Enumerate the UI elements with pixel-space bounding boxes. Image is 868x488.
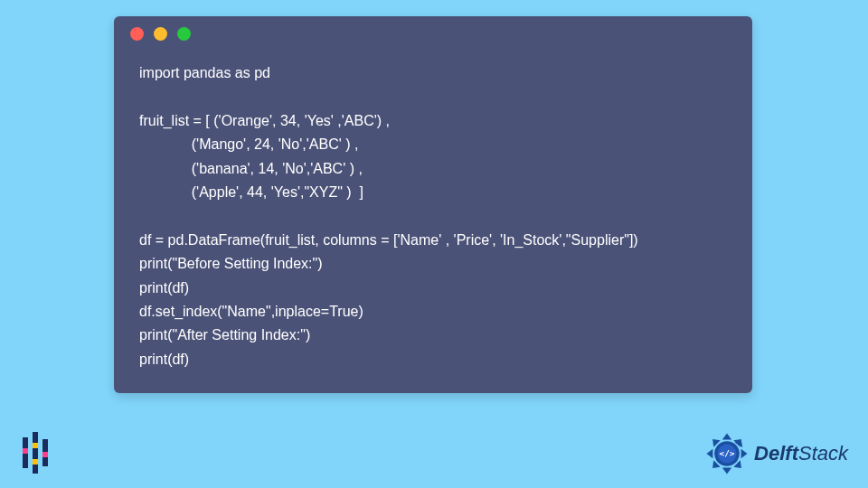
svg-marker-14 — [707, 449, 713, 458]
delftstack-logo: </> DelftStack — [703, 430, 848, 477]
svg-rect-6 — [42, 452, 48, 457]
window-titlebar — [114, 16, 752, 51]
svg-rect-4 — [33, 459, 38, 465]
minimize-icon[interactable] — [154, 27, 167, 41]
svg-text:</>: </> — [719, 448, 734, 458]
publisher-logo-icon — [20, 430, 56, 475]
code-line: import pandas as pd — [139, 65, 270, 80]
code-line: print(df) — [139, 352, 189, 367]
zoom-icon[interactable] — [177, 27, 191, 41]
code-line: df = pd.DataFrame(fruit_list, columns = … — [139, 232, 638, 248]
close-icon[interactable] — [130, 27, 144, 41]
code-line: print("After Setting Index:") — [139, 327, 310, 343]
delftstack-wordmark: DelftStack — [754, 442, 848, 465]
svg-rect-3 — [33, 443, 38, 448]
svg-rect-1 — [23, 448, 28, 454]
code-line: ('Mango', 24, 'No','ABC' ) , — [139, 136, 358, 152]
code-line: ('Apple', 44, 'Yes',"XYZ" ) ] — [139, 184, 363, 200]
svg-rect-2 — [33, 432, 38, 474]
code-line: df.set_index("Name",inplace=True) — [139, 304, 363, 319]
code-line: print(df) — [139, 280, 189, 296]
code-line: fruit_list = [ ('Orange', 34, 'Yes' ,'AB… — [139, 113, 390, 128]
code-body: import pandas as pd fruit_list = [ ('Ora… — [114, 51, 752, 393]
code-window: import pandas as pd fruit_list = [ ('Ora… — [114, 16, 752, 393]
code-line: print("Before Setting Index:") — [139, 256, 323, 271]
code-line: ('banana', 14, 'No','ABC' ) , — [139, 161, 363, 176]
svg-marker-12 — [722, 468, 731, 474]
delftstack-badge-icon: </> — [703, 430, 750, 477]
svg-marker-10 — [741, 449, 748, 458]
svg-marker-7 — [722, 433, 731, 439]
